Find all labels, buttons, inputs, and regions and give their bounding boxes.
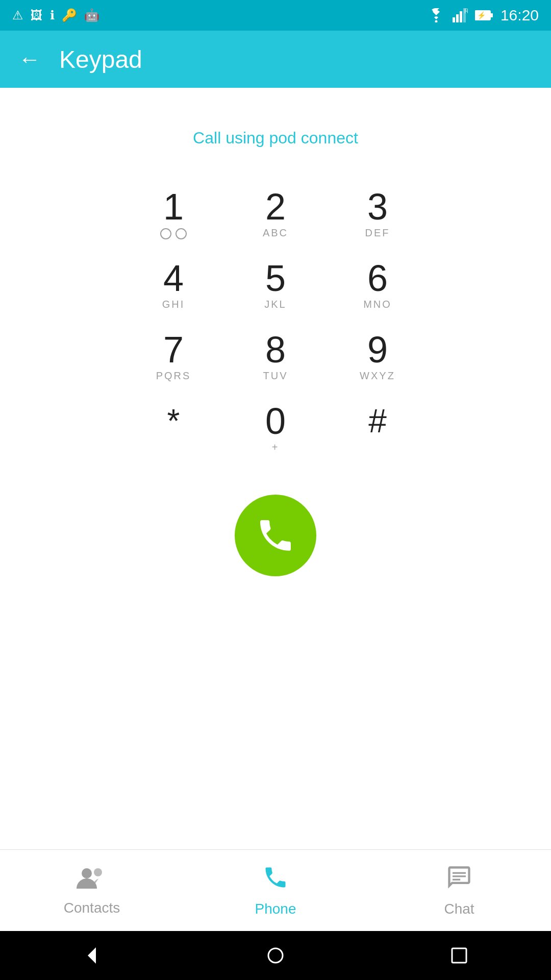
svg-text:R: R	[464, 8, 468, 15]
chat-nav-icon	[446, 864, 472, 896]
call-button[interactable]	[235, 495, 316, 576]
key-star[interactable]: *	[122, 393, 224, 464]
key-8[interactable]: 8 TUV	[224, 321, 327, 393]
wifi-icon	[427, 8, 445, 22]
svg-marker-14	[88, 947, 96, 964]
warning-icon: ⚠	[12, 8, 23, 22]
nav-contacts[interactable]: Contacts	[0, 865, 184, 916]
app-bar: ← Keypad	[0, 31, 551, 88]
status-time: 16:20	[500, 7, 539, 24]
info-icon: ℹ	[50, 8, 55, 22]
phone-call-icon	[255, 515, 296, 556]
key-0[interactable]: 0 +	[224, 393, 327, 464]
main-content: Call using pod connect 1 2 ABC 3 DEF 4 G…	[0, 88, 551, 849]
key-9[interactable]: 9 WXYZ	[327, 321, 429, 393]
key-2[interactable]: 2 ABC	[224, 178, 327, 250]
nav-recents-button[interactable]	[444, 940, 474, 971]
svg-point-0	[435, 20, 437, 23]
key-4[interactable]: 4 GHI	[122, 250, 224, 321]
bottom-nav: Contacts Phone Chat	[0, 849, 551, 931]
key-5[interactable]: 5 JKL	[224, 250, 327, 321]
nav-phone[interactable]: Phone	[184, 864, 367, 917]
svg-rect-2	[456, 14, 459, 22]
back-button[interactable]: ←	[18, 46, 41, 72]
status-icons-left: ⚠ 🖼 ℹ 🔑 🤖	[12, 8, 99, 22]
phone-nav-label: Phone	[255, 901, 296, 917]
contacts-nav-icon	[77, 865, 107, 895]
contacts-nav-label: Contacts	[64, 900, 120, 916]
chat-nav-label: Chat	[444, 901, 474, 917]
android-icon: 🤖	[84, 8, 99, 22]
keypad-grid: 1 2 ABC 3 DEF 4 GHI 5 JKL 6	[122, 178, 429, 464]
security-icon: 🔑	[62, 8, 77, 22]
app-bar-title: Keypad	[59, 45, 142, 74]
key-1[interactable]: 1	[122, 178, 224, 250]
signal-icon: R	[453, 8, 468, 22]
status-icons-right: R ⚡ 16:20	[427, 7, 539, 24]
svg-rect-7	[490, 13, 493, 17]
key-7[interactable]: 7 PQRS	[122, 321, 224, 393]
svg-rect-1	[453, 17, 455, 22]
svg-rect-3	[460, 11, 462, 22]
system-nav-bar	[0, 931, 551, 980]
battery-icon: ⚡	[475, 10, 493, 21]
svg-point-15	[268, 948, 283, 963]
image-icon: 🖼	[31, 8, 43, 22]
call-label: Call using pod connect	[193, 129, 358, 148]
svg-text:⚡: ⚡	[477, 11, 486, 20]
nav-home-button[interactable]	[260, 940, 291, 971]
voicemail-icon	[160, 228, 187, 239]
svg-rect-16	[452, 948, 466, 963]
nav-back-button[interactable]	[77, 940, 107, 971]
key-hash[interactable]: #	[327, 393, 429, 464]
key-6[interactable]: 6 MNO	[327, 250, 429, 321]
status-bar: ⚠ 🖼 ℹ 🔑 🤖 R ⚡ 16:20	[0, 0, 551, 31]
svg-point-10	[94, 868, 102, 876]
phone-nav-icon	[262, 864, 289, 896]
svg-point-9	[82, 868, 92, 878]
key-3[interactable]: 3 DEF	[327, 178, 429, 250]
nav-chat[interactable]: Chat	[367, 864, 551, 917]
